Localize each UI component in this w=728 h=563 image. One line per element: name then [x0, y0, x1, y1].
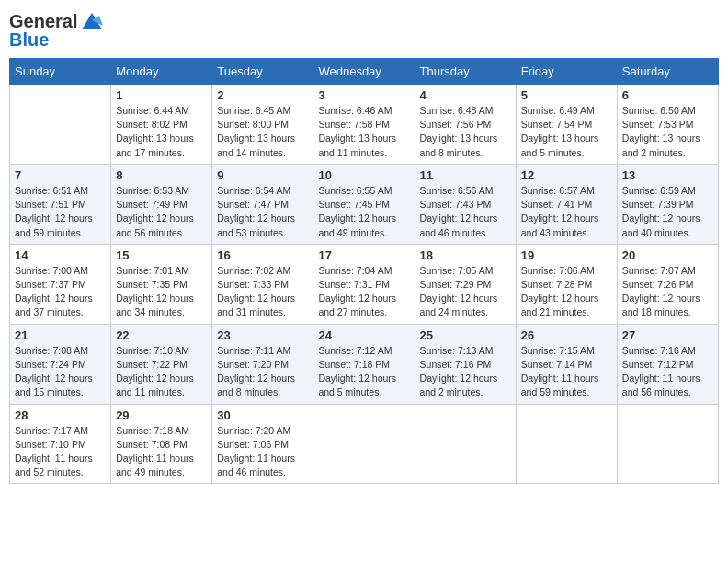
day-number: 5: [521, 88, 612, 102]
day-number: 15: [116, 248, 207, 262]
calendar-cell: 14Sunrise: 7:00 AM Sunset: 7:37 PM Dayli…: [10, 244, 111, 324]
calendar-header: SundayMondayTuesdayWednesdayThursdayFrid…: [10, 59, 719, 85]
calendar-cell: 16Sunrise: 7:02 AM Sunset: 7:33 PM Dayli…: [212, 244, 313, 324]
day-info: Sunrise: 7:04 AM Sunset: 7:31 PM Dayligh…: [318, 264, 409, 320]
day-info: Sunrise: 7:02 AM Sunset: 7:33 PM Dayligh…: [217, 264, 308, 320]
calendar-cell: 24Sunrise: 7:12 AM Sunset: 7:18 PM Dayli…: [313, 324, 415, 404]
calendar-cell: 10Sunrise: 6:55 AM Sunset: 7:45 PM Dayli…: [313, 164, 415, 244]
calendar-cell: 3Sunrise: 6:46 AM Sunset: 7:58 PM Daylig…: [313, 85, 415, 165]
day-number: 6: [622, 88, 713, 102]
calendar-cell: 30Sunrise: 7:20 AM Sunset: 7:06 PM Dayli…: [212, 404, 313, 484]
calendar-cell: 5Sunrise: 6:49 AM Sunset: 7:54 PM Daylig…: [516, 85, 617, 165]
day-info: Sunrise: 6:44 AM Sunset: 8:02 PM Dayligh…: [116, 104, 207, 160]
logo: General Blue: [9, 9, 104, 51]
day-info: Sunrise: 7:00 AM Sunset: 7:37 PM Dayligh…: [15, 264, 106, 320]
day-info: Sunrise: 6:46 AM Sunset: 7:58 PM Dayligh…: [318, 104, 409, 160]
calendar-cell: 4Sunrise: 6:48 AM Sunset: 7:56 PM Daylig…: [415, 85, 516, 165]
day-info: Sunrise: 6:48 AM Sunset: 7:56 PM Dayligh…: [420, 104, 511, 160]
day-info: Sunrise: 7:01 AM Sunset: 7:35 PM Dayligh…: [116, 264, 207, 320]
calendar-cell: 26Sunrise: 7:15 AM Sunset: 7:14 PM Dayli…: [516, 324, 617, 404]
day-number: 19: [521, 248, 612, 262]
day-number: 14: [15, 248, 106, 262]
calendar-table: SundayMondayTuesdayWednesdayThursdayFrid…: [9, 58, 719, 484]
day-info: Sunrise: 7:15 AM Sunset: 7:14 PM Dayligh…: [521, 344, 612, 400]
day-number: 18: [420, 248, 511, 262]
calendar-cell: [516, 404, 617, 484]
calendar-cell: 1Sunrise: 6:44 AM Sunset: 8:02 PM Daylig…: [111, 85, 212, 165]
day-number: 3: [318, 88, 409, 102]
header-cell-thursday: Thursday: [415, 59, 516, 85]
day-info: Sunrise: 6:45 AM Sunset: 8:00 PM Dayligh…: [217, 104, 308, 160]
week-row-3: 14Sunrise: 7:00 AM Sunset: 7:37 PM Dayli…: [10, 244, 719, 324]
calendar-cell: 29Sunrise: 7:18 AM Sunset: 7:08 PM Dayli…: [111, 404, 212, 484]
calendar-cell: [617, 404, 718, 484]
day-number: 22: [116, 328, 207, 342]
day-info: Sunrise: 7:06 AM Sunset: 7:28 PM Dayligh…: [521, 264, 612, 320]
day-info: Sunrise: 7:05 AM Sunset: 7:29 PM Dayligh…: [420, 264, 511, 320]
day-info: Sunrise: 7:07 AM Sunset: 7:26 PM Dayligh…: [622, 264, 713, 320]
calendar-cell: 27Sunrise: 7:16 AM Sunset: 7:12 PM Dayli…: [617, 324, 718, 404]
day-info: Sunrise: 7:11 AM Sunset: 7:20 PM Dayligh…: [217, 344, 308, 400]
day-info: Sunrise: 7:20 AM Sunset: 7:06 PM Dayligh…: [217, 424, 308, 480]
day-number: 11: [420, 168, 511, 182]
day-number: 9: [217, 168, 308, 182]
header-row: SundayMondayTuesdayWednesdayThursdayFrid…: [10, 59, 719, 85]
calendar-cell: 8Sunrise: 6:53 AM Sunset: 7:49 PM Daylig…: [111, 164, 212, 244]
day-number: 23: [217, 328, 308, 342]
day-info: Sunrise: 6:56 AM Sunset: 7:43 PM Dayligh…: [420, 184, 511, 240]
header-cell-wednesday: Wednesday: [313, 59, 415, 85]
logo-container: General Blue: [9, 9, 104, 51]
day-number: 29: [116, 408, 207, 422]
calendar-cell: [313, 404, 415, 484]
calendar-cell: [10, 85, 111, 165]
header-cell-saturday: Saturday: [617, 59, 718, 85]
day-number: 13: [622, 168, 713, 182]
day-info: Sunrise: 6:53 AM Sunset: 7:49 PM Dayligh…: [116, 184, 207, 240]
logo-triangle-icon: [80, 9, 104, 33]
calendar-cell: 20Sunrise: 7:07 AM Sunset: 7:26 PM Dayli…: [617, 244, 718, 324]
day-info: Sunrise: 6:50 AM Sunset: 7:53 PM Dayligh…: [622, 104, 713, 160]
week-row-5: 28Sunrise: 7:17 AM Sunset: 7:10 PM Dayli…: [10, 404, 719, 484]
day-number: 21: [15, 328, 106, 342]
day-number: 24: [318, 328, 409, 342]
day-info: Sunrise: 7:08 AM Sunset: 7:24 PM Dayligh…: [15, 344, 106, 400]
week-row-2: 7Sunrise: 6:51 AM Sunset: 7:51 PM Daylig…: [10, 164, 719, 244]
calendar-cell: [415, 404, 516, 484]
day-number: 28: [15, 408, 106, 422]
header-cell-tuesday: Tuesday: [212, 59, 313, 85]
day-number: 17: [318, 248, 409, 262]
day-info: Sunrise: 6:51 AM Sunset: 7:51 PM Dayligh…: [15, 184, 106, 240]
day-number: 8: [116, 168, 207, 182]
calendar-cell: 9Sunrise: 6:54 AM Sunset: 7:47 PM Daylig…: [212, 164, 313, 244]
day-number: 2: [217, 88, 308, 102]
header-cell-sunday: Sunday: [10, 59, 111, 85]
calendar-cell: 11Sunrise: 6:56 AM Sunset: 7:43 PM Dayli…: [415, 164, 516, 244]
week-row-4: 21Sunrise: 7:08 AM Sunset: 7:24 PM Dayli…: [10, 324, 719, 404]
calendar-cell: 18Sunrise: 7:05 AM Sunset: 7:29 PM Dayli…: [415, 244, 516, 324]
day-info: Sunrise: 6:55 AM Sunset: 7:45 PM Dayligh…: [318, 184, 409, 240]
calendar-cell: 21Sunrise: 7:08 AM Sunset: 7:24 PM Dayli…: [10, 324, 111, 404]
calendar-cell: 2Sunrise: 6:45 AM Sunset: 8:00 PM Daylig…: [212, 85, 313, 165]
day-number: 4: [420, 88, 511, 102]
header-cell-friday: Friday: [516, 59, 617, 85]
logo-blue-text: Blue: [9, 29, 49, 51]
day-number: 16: [217, 248, 308, 262]
day-info: Sunrise: 7:12 AM Sunset: 7:18 PM Dayligh…: [318, 344, 409, 400]
calendar-cell: 17Sunrise: 7:04 AM Sunset: 7:31 PM Dayli…: [313, 244, 415, 324]
calendar-cell: 23Sunrise: 7:11 AM Sunset: 7:20 PM Dayli…: [212, 324, 313, 404]
day-info: Sunrise: 7:16 AM Sunset: 7:12 PM Dayligh…: [622, 344, 713, 400]
calendar-cell: 19Sunrise: 7:06 AM Sunset: 7:28 PM Dayli…: [516, 244, 617, 324]
week-row-1: 1Sunrise: 6:44 AM Sunset: 8:02 PM Daylig…: [10, 85, 719, 165]
day-number: 12: [521, 168, 612, 182]
day-info: Sunrise: 7:10 AM Sunset: 7:22 PM Dayligh…: [116, 344, 207, 400]
day-info: Sunrise: 6:59 AM Sunset: 7:39 PM Dayligh…: [622, 184, 713, 240]
day-number: 20: [622, 248, 713, 262]
calendar-cell: 6Sunrise: 6:50 AM Sunset: 7:53 PM Daylig…: [617, 85, 718, 165]
day-number: 7: [15, 168, 106, 182]
day-number: 30: [217, 408, 308, 422]
calendar-cell: 25Sunrise: 7:13 AM Sunset: 7:16 PM Dayli…: [415, 324, 516, 404]
calendar-cell: 28Sunrise: 7:17 AM Sunset: 7:10 PM Dayli…: [10, 404, 111, 484]
day-number: 1: [116, 88, 207, 102]
day-info: Sunrise: 6:57 AM Sunset: 7:41 PM Dayligh…: [521, 184, 612, 240]
calendar-cell: 7Sunrise: 6:51 AM Sunset: 7:51 PM Daylig…: [10, 164, 111, 244]
